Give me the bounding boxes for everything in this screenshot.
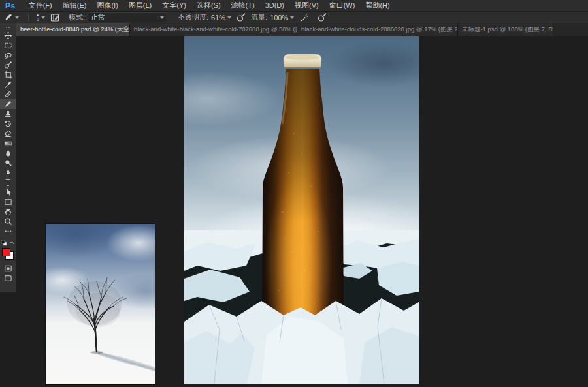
blend-mode-control: 模式: 正常	[69, 12, 167, 22]
color-swatches	[2, 248, 14, 260]
menu-item-3d[interactable]: 3D(D)	[260, 0, 289, 11]
menu-item-image[interactable]: 图像(I)	[91, 0, 123, 11]
tools-panel	[0, 23, 16, 293]
menu-item-edit[interactable]: 编辑(E)	[57, 0, 92, 11]
brush-tool[interactable]	[0, 99, 16, 109]
spot-healing-brush-tool[interactable]	[0, 89, 16, 99]
dodge-tool[interactable]	[0, 158, 16, 168]
pressure-size-button[interactable]	[318, 13, 327, 22]
chevron-down-icon	[160, 16, 164, 19]
winter-tree-image-window[interactable]	[45, 223, 155, 385]
menu-item-filter[interactable]: 滤镜(T)	[226, 0, 260, 11]
zoom-tool[interactable]	[0, 217, 16, 226]
options-separator	[28, 13, 29, 22]
tool-preset-picker[interactable]	[4, 12, 19, 23]
chevron-down-icon	[41, 16, 45, 19]
brush-size-value: 2	[37, 18, 39, 21]
menu-item-file[interactable]: 文件(F)	[24, 0, 57, 11]
screen-mode-button[interactable]	[0, 273, 16, 283]
document-tab-title: beer-bottle-cold-8840.psd @ 24% (天空, RGB…	[20, 25, 130, 34]
menu-item-layer[interactable]: 图层(L)	[123, 0, 157, 11]
edit-toolbar-button[interactable]	[0, 226, 16, 236]
eyedropper-tool[interactable]	[0, 80, 16, 89]
hand-tool[interactable]	[0, 207, 16, 217]
rectangular-marquee-tool[interactable]	[0, 40, 16, 50]
pressure-opacity-button[interactable]	[237, 13, 246, 22]
winter-tree-image	[46, 224, 155, 384]
blend-mode-value: 正常	[91, 12, 105, 22]
pen-tool[interactable]	[0, 168, 16, 178]
brush-tool-icon	[4, 12, 13, 23]
opacity-value[interactable]: 61%	[211, 14, 225, 22]
beer-bottle-composite-image	[184, 36, 419, 384]
brush-preset-picker[interactable]: 2	[33, 14, 45, 21]
snow-track-line	[98, 352, 155, 371]
path-selection-tool[interactable]	[0, 187, 16, 197]
rectangle-tool[interactable]	[0, 197, 16, 207]
menu-item-help[interactable]: 帮助(H)	[360, 0, 395, 11]
menu-item-view[interactable]: 视图(V)	[289, 0, 324, 11]
quick-mask-button[interactable]	[0, 264, 16, 273]
panel-collapse-handle[interactable]	[6, 25, 10, 30]
crop-tool[interactable]	[0, 70, 16, 80]
quick-selection-tool[interactable]	[0, 60, 16, 70]
gradient-tool[interactable]	[0, 138, 16, 148]
type-tool[interactable]	[0, 178, 16, 187]
move-tool[interactable]	[0, 31, 16, 40]
toggle-brush-panel-button[interactable]	[50, 13, 59, 22]
opacity-label[interactable]: 不透明度:	[178, 12, 208, 22]
menu-bar: Ps 文件(F) 编辑(E) 图像(I) 图层(L) 文字(Y) 选择(S) 滤…	[0, 0, 588, 12]
foreground-ice-chunks	[184, 298, 419, 384]
document-tab-bar: beer-bottle-cold-8840.psd @ 24% (天空, RGB…	[16, 23, 588, 36]
menu-item-type[interactable]: 文字(Y)	[157, 0, 191, 11]
document-tab-3[interactable]: black-and-white-clouds-cold-2086620.jpg …	[297, 23, 458, 36]
eraser-tool[interactable]	[0, 129, 16, 138]
cap-top	[286, 55, 319, 60]
lasso-tool[interactable]	[0, 50, 16, 60]
chevron-down-icon[interactable]	[227, 16, 231, 19]
photoshop-logo: Ps	[5, 1, 16, 10]
document-tab-title: 未标题-1.psd @ 100% (图层 7, RGB/8#)	[462, 25, 553, 34]
document-tab-4[interactable]: 未标题-1.psd @ 100% (图层 7, RGB/8#) ×	[458, 23, 553, 36]
opacity-control: 不透明度: 61%	[178, 12, 231, 22]
document-canvas[interactable]	[184, 36, 419, 384]
flow-label[interactable]: 流量:	[251, 12, 267, 22]
chevron-down-icon	[15, 16, 19, 19]
airbrush-button[interactable]	[299, 13, 308, 22]
document-tab-2[interactable]: black-and-white-black-and-white-cold-707…	[130, 23, 297, 36]
default-colors-icon[interactable]	[1, 240, 7, 246]
mode-label: 模式:	[69, 12, 85, 22]
flow-value[interactable]: 100%	[270, 14, 288, 22]
foreground-color-swatch[interactable]	[2, 248, 10, 256]
tree-base-shadow	[90, 351, 103, 354]
menu-item-window[interactable]: 窗口(W)	[324, 0, 361, 11]
chevron-down-icon[interactable]	[290, 16, 294, 19]
tool-options-bar: 2 模式: 正常 不透明度: 61% 流量: 100%	[0, 12, 588, 23]
brush-preview-icon: 2	[37, 14, 39, 21]
document-tab-title: black-and-white-clouds-cold-2086620.jpg …	[301, 25, 458, 34]
document-tab-1[interactable]: beer-bottle-cold-8840.psd @ 24% (天空, RGB…	[16, 23, 130, 36]
menu-item-select[interactable]: 选择(S)	[191, 0, 226, 11]
photoshop-window: { "app": { "logo": "Ps" }, "menu_bar": {…	[0, 0, 588, 387]
flow-control: 流量: 100%	[251, 12, 294, 22]
document-tab-title: black-and-white-black-and-white-cold-707…	[134, 25, 297, 34]
blend-mode-select[interactable]: 正常	[88, 12, 167, 22]
blur-tool[interactable]	[0, 148, 16, 158]
swap-colors-icon[interactable]	[8, 240, 15, 246]
color-swatch-mini-controls	[1, 239, 15, 247]
clone-stamp-tool[interactable]	[0, 109, 16, 119]
history-brush-tool[interactable]	[0, 119, 16, 129]
